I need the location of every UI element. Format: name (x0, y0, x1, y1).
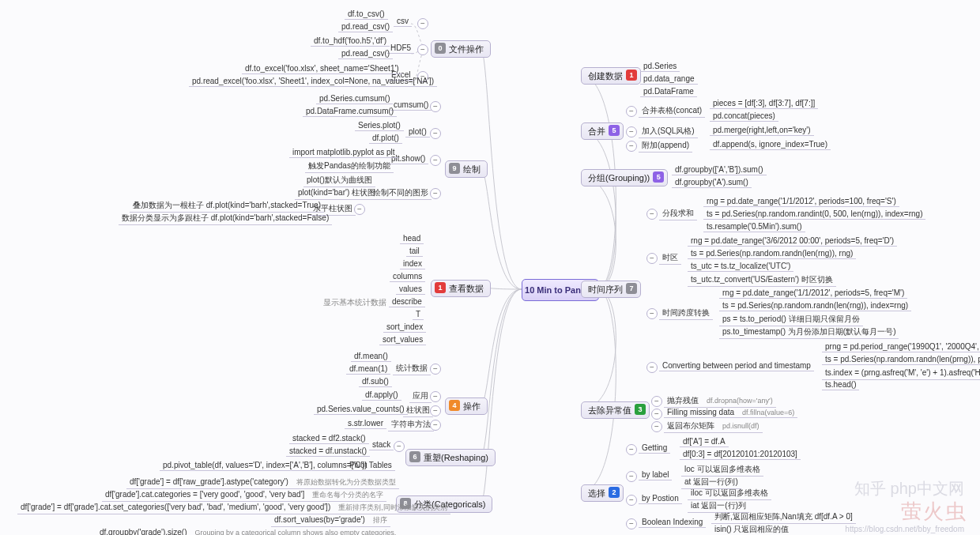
sub-join[interactable]: 加入(SQL风格) (639, 125, 698, 138)
branch-num: 1 (435, 282, 446, 293)
branch-num: 9 (449, 163, 460, 174)
leaf: pieces = [df[:3], df[3:7], df[7:]] (710, 98, 818, 109)
branch-reshape[interactable]: 6重塑(Reshaping) (405, 449, 496, 466)
collapse-icon[interactable]: − (354, 204, 365, 215)
sub-resample[interactable]: 分段求和 (659, 207, 697, 220)
sub-concat[interactable]: 合并表格(concat) (639, 104, 705, 118)
leaf: ts_utc.tz_convert('US/Eastern') 时区切换 (688, 273, 836, 287)
sub-tz[interactable]: 时区 (659, 251, 681, 265)
branch-select[interactable]: 选择2 (581, 484, 624, 502)
branch-num: 3 (635, 404, 646, 415)
branch-num: 0 (435, 43, 446, 54)
collapse-icon[interactable]: − (626, 471, 637, 482)
sub-conv[interactable]: Converting between period and timestamp (659, 360, 814, 371)
branch-time[interactable]: 时间序列7 (581, 281, 641, 298)
leaf: 判断,返回相应矩阵,Nan填充 df[df.A > 0] (711, 511, 856, 524)
sub-shapes[interactable]: 绘制不同的图形 (370, 186, 432, 200)
leaf: pd.read_excel('foo.xlsx', 'Sheet1', inde… (189, 76, 437, 87)
sub-str[interactable]: 字符串方法 (388, 418, 434, 431)
leaf: rng = pd.date_range('3/6/2012 00:00', pe… (688, 235, 897, 247)
leaf: Filling missing datadf.fillna(value=6) (664, 407, 797, 418)
sub-bylabel[interactable]: by label (639, 469, 672, 480)
sub-stats[interactable]: 统计数据 (393, 362, 431, 375)
sub-bypos[interactable]: by Postion (639, 493, 682, 504)
collapse-icon[interactable]: − (417, 18, 428, 29)
sub-span[interactable]: 时间跨度转换 (659, 307, 713, 320)
collapse-icon[interactable]: − (417, 44, 428, 55)
leaf: pd.concat(pieces) (710, 111, 778, 122)
collapse-icon[interactable]: − (626, 126, 637, 138)
branch-label: 创建数据 (588, 71, 623, 81)
sub-csv[interactable]: csv (394, 16, 412, 27)
collapse-icon[interactable]: − (394, 441, 405, 452)
leaf: df.apply() (362, 390, 401, 401)
collapse-icon[interactable]: − (430, 364, 441, 375)
branch-label: 文件操作 (449, 44, 484, 54)
branch-label: 绘制 (463, 164, 481, 174)
leaf: pd.data_range (640, 73, 698, 85)
sub-getting[interactable]: Getting (639, 443, 670, 454)
collapse-icon[interactable]: − (626, 495, 637, 506)
leaf: df.groupby('grade').size()Grouping by a … (96, 527, 399, 535)
collapse-icon[interactable]: − (430, 391, 441, 402)
branch-group[interactable]: 分组(Grouping))5 (581, 169, 668, 186)
watermark-url: https://blog.csdn.net/bby_freedom (845, 525, 964, 533)
branch-view[interactable]: 1查看数据 (431, 280, 491, 297)
leaf: head (400, 233, 424, 244)
leaf: pd.DataFrame (640, 86, 697, 97)
branch-num: 1 (626, 70, 637, 81)
collapse-icon[interactable]: − (646, 308, 658, 319)
leaf: Series.plot() (355, 120, 404, 131)
leaf: stacked = df.unstack() (286, 446, 370, 457)
leaf: loc 可以返回多维表格 (681, 463, 763, 477)
watermark-secondary: 知乎 php中文网 (854, 478, 964, 499)
sub-boolidx[interactable]: Boolean Indexing (639, 517, 706, 528)
leaf: 触发Pandas的绘制功能 (305, 160, 394, 173)
collapse-icon[interactable]: − (651, 396, 662, 407)
leaf: df['grade'] = df['grade'].cat.set_catego… (17, 502, 450, 514)
branch-label: 时间序列 (588, 284, 623, 294)
leaf: ts = pd.Series(np.random.randint(0, 500,… (703, 209, 925, 220)
leaf: pd.DataFrame.cumsum() (303, 106, 397, 117)
leaf: pd.read_csv() (338, 48, 393, 59)
leaf: pd.Series.cumsum() (316, 93, 393, 104)
collapse-icon[interactable]: − (430, 155, 441, 166)
branch-clean[interactable]: 去除异常值3 (581, 401, 650, 419)
collapse-icon[interactable]: − (646, 209, 658, 220)
leaf: import matplotlib.pyplot as plt (289, 147, 398, 158)
leaf: sort_values (379, 334, 426, 345)
leaf: df['A'] = df.A (680, 436, 729, 447)
leaf: describe (389, 296, 425, 307)
leaf: stacked = df2.stack() (289, 433, 369, 444)
collapse-icon[interactable]: − (626, 141, 637, 152)
sub-append[interactable]: 附加(append) (639, 139, 692, 153)
collapse-icon[interactable]: − (626, 106, 637, 117)
collapse-icon[interactable]: − (626, 444, 637, 455)
leaf: ts_utc = ts.tz_localize('UTC') (688, 261, 793, 272)
leaf: df.append(s, ignore_index=True) (710, 139, 831, 150)
leaf: pd.Series.value_counts() (314, 404, 408, 415)
collapse-icon[interactable]: − (646, 253, 658, 264)
collapse-icon[interactable]: − (651, 409, 662, 420)
branch-merge[interactable]: 合并5 (581, 122, 624, 140)
leaf: pd.Series (640, 61, 680, 72)
collapse-icon[interactable]: − (430, 188, 441, 199)
branch-create[interactable]: 创建数据1 (581, 67, 641, 85)
sub-stack[interactable]: stack (369, 439, 394, 450)
branch-plot[interactable]: 9绘制 (445, 160, 488, 178)
sub-plot[interactable]: plot() (405, 126, 430, 138)
branch-file-ops[interactable]: 0文件操作 (431, 40, 491, 58)
branch-num: 2 (609, 487, 620, 498)
collapse-icon[interactable]: − (646, 362, 658, 373)
leaf: df['grade'] = df['raw_grade'].astype('ca… (126, 477, 399, 489)
collapse-icon[interactable]: − (430, 128, 441, 139)
collapse-icon[interactable]: − (626, 518, 637, 529)
collapse-icon[interactable]: − (651, 421, 662, 432)
sub-apply[interactable]: 应用 (409, 390, 432, 403)
leaf: iloc 可以返回多维表格 (688, 487, 771, 500)
branch-op[interactable]: 4操作 (445, 397, 488, 415)
sub-hist[interactable]: 柱状图 (403, 404, 433, 417)
branch-num: 4 (449, 400, 460, 411)
leaf: 返回布尔矩阵pd.isnull(df) (664, 420, 763, 433)
leaf: df.mean() (351, 351, 391, 362)
